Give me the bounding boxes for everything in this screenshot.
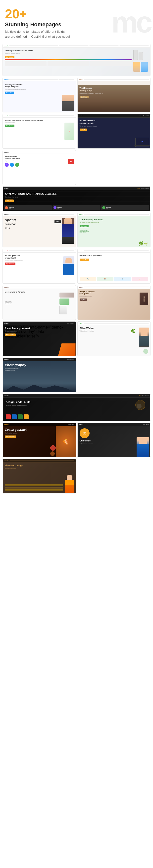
demo-content-19: 100%★★★ Guarantee We guarantee the best … — [78, 426, 151, 457]
demo-card-furniture[interactable]: costix More ways to furnish Sofas & Chai… — [2, 285, 76, 320]
demo-food-img: 🍕 — [56, 426, 76, 457]
demo-model-head — [64, 218, 72, 224]
demo-card-portfolio[interactable]: costix Home Work Contact design. code. b… — [2, 394, 151, 421]
demo-food-btn[interactable]: Reserve Table — [5, 435, 16, 438]
demo-card-spa[interactable]: costix That BalanceBeauty & Spa Experien… — [77, 78, 151, 113]
demo-card-personal[interactable]: costix 🌿 Allan Walker Web designer & Dev… — [77, 321, 151, 356]
demo-card-photography[interactable]: costix Home Portfolio Photography We are… — [2, 358, 76, 392]
demo-personal-photo — [139, 328, 149, 347]
demo-logo-7: costix — [4, 188, 8, 189]
demo-logo-5: costix — [79, 115, 83, 117]
demo-mountain-poly — [3, 384, 76, 392]
demo-card-mechanic[interactable]: costix Home Services ');opacity:0.5;" da… — [2, 321, 76, 356]
demo-card-food[interactable]: costix Home Menu 🍕 Costix gourmet The fi… — [2, 423, 76, 457]
demo-landscape-btn[interactable]: Get Quote — [80, 225, 88, 227]
demo-furniture-table — [59, 292, 74, 298]
demo-card-business[interactable]: costix All hours of experience that lead… — [2, 114, 76, 149]
demo-content-10: We take good careof your health We have … — [3, 253, 76, 283]
demo-card-corporate[interactable]: costix Home About 100%★★★ Guarantee We g… — [77, 423, 151, 457]
demo-laptop-screen: ▶ — [135, 138, 149, 145]
demo-worker-body — [65, 485, 74, 493]
demo-phone-short — [138, 52, 143, 60]
demo-guarantee-badge: 100%★★★ — [80, 428, 90, 438]
demo-home-btn[interactable]: Learn More — [80, 258, 89, 261]
demo-photo-landscape — [3, 383, 76, 392]
demo-mechanic-btn[interactable]: Book Service — [5, 334, 16, 336]
demo-btn-4[interactable]: Get Started — [5, 125, 15, 127]
demo-card-fashion[interactable]: costix Springcollection2019 40% — [2, 213, 76, 247]
demo-nav-line-4 — [9, 115, 74, 116]
demo-interior-btn[interactable]: Explore — [80, 299, 87, 301]
demo-portfolio-colors — [6, 414, 29, 420]
demo-nav-9: costix — [78, 213, 151, 216]
demo-card-interior[interactable]: costix Design to impressyour guests Desi… — [77, 285, 151, 320]
demo-nav-link-18b: Menu — [71, 424, 74, 425]
demo-card-health[interactable]: costix We take good careof your health W… — [2, 249, 76, 284]
demo-logo-1: costix — [4, 45, 8, 46]
demo-color-bar-1 — [5, 59, 132, 60]
demo-content-12: More ways to furnish Sofas & Chairs Beds… — [3, 289, 76, 320]
demo-home-svc-3: 🚿 — [114, 277, 131, 281]
demo-card-landscaping[interactable]: costix Landscaping Services We make beau… — [77, 213, 151, 247]
demo-fashion-model — [62, 218, 74, 244]
demo-nav-link-16b: Portfolio — [70, 359, 74, 360]
demo-nav-link-17b: Work — [142, 395, 145, 396]
demo-color-green — [18, 414, 23, 420]
demo-corp-head — [139, 438, 147, 444]
demo-nav-5: costix Home About Work — [78, 114, 151, 118]
demo-service-3: ● Tree Services — [80, 232, 149, 233]
demo-nav-links-17: Home Work Contact — [139, 395, 149, 396]
demo-phone-tall — [133, 50, 138, 60]
demo-content-18: 🍕 Costix gourmet The finest ingredients … — [3, 426, 76, 457]
demo-gym-content: Gym, workout and training classes Train … — [3, 190, 150, 211]
demo-card-construction[interactable]: costix Amazing architecturedesign compan… — [2, 78, 76, 113]
demo-personal-circle — [143, 349, 148, 354]
demo-nav-line-3 — [84, 79, 149, 80]
demo-hero-2: Amazing architecturedesign company — [5, 83, 74, 88]
page-header: 20+ Stunning Homepages Multiple demo tem… — [0, 0, 153, 44]
demo-sub-6: We provide an excellent service — [5, 160, 74, 161]
demo-nav-links-18: Home Menu — [68, 424, 74, 425]
demo-trainer-name-3: Mike Ross — [106, 207, 111, 208]
demo-spa-sub: Experience an entire menu of spa service… — [80, 93, 103, 94]
demo-color-red — [6, 414, 11, 420]
demo-card-consulting[interactable]: costix We are client-firstbusiness consu… — [2, 150, 76, 185]
demo-gym-btn[interactable]: Join Now — [5, 199, 14, 202]
demo-trainer-1: John Smith Trainer — [4, 205, 52, 210]
demo-card-homecare[interactable]: costix We take care of your home Learn M… — [77, 249, 151, 284]
demo-wood-sub: Handcrafted with passion — [5, 468, 74, 469]
demo-nav-link-7a: Home — [137, 188, 140, 189]
demo-feature-3 — [90, 61, 132, 66]
demo-nav-link-18a: Home — [68, 424, 71, 425]
demo-biz-img: 📊 — [65, 123, 74, 140]
demo-btn-5[interactable]: Hire Us — [80, 128, 87, 131]
demo-nav-line-20 — [9, 460, 74, 461]
demo-gym-text: Gym, workout and training classes Train … — [5, 192, 56, 202]
demo-mountain-svg — [3, 383, 76, 392]
demo-content-13: Design to impressyour guests Design your… — [78, 289, 151, 320]
demo-card-agency[interactable]: costix The full power of Costix on mobil… — [2, 44, 151, 76]
demo-model-bottom — [62, 237, 74, 244]
demo-phones — [133, 50, 148, 60]
demo-card-gym[interactable]: costix Home Classes Trainers Gym, workou… — [2, 186, 151, 211]
demo-interior-book: INTERIOR — [139, 292, 148, 305]
demo-layout-1: The full power of Costix on mobile Beaut… — [5, 50, 148, 72]
demo-sub-4: We provide full-service — [5, 122, 74, 123]
demo-card-wood[interactable]: costix The wood design Handcrafted with … — [2, 459, 76, 494]
demo-btn-1[interactable]: Get Started — [5, 56, 15, 58]
demo-hero-4: All hours of experience that lead to bus… — [5, 120, 74, 121]
demo-content-8: Springcollection2019 40% — [3, 216, 76, 247]
demo-right-1 — [133, 50, 148, 72]
demo-btn-2[interactable]: Read More — [5, 92, 14, 94]
demo-nav-links-7: Home Classes Trainers — [137, 188, 149, 189]
demo-feature-cols — [5, 61, 132, 66]
demo-card-creative[interactable]: costix Home About Work We are a team ofc… — [77, 114, 151, 149]
demo-spa-btn[interactable]: Book Now — [80, 96, 88, 98]
demo-years-badge: 25 — [68, 159, 74, 164]
demo-sub-5: We are here to make an impact — [80, 125, 149, 127]
demo-nav-19: costix Home About — [78, 423, 151, 426]
demo-health-btn[interactable]: Appointment — [5, 262, 16, 265]
demo-nav-link-19a: Home — [143, 424, 146, 425]
demo-content-5: We are a team ofcreative people We are h… — [78, 118, 151, 148]
demo-nav-link-14b: Services — [70, 322, 74, 324]
